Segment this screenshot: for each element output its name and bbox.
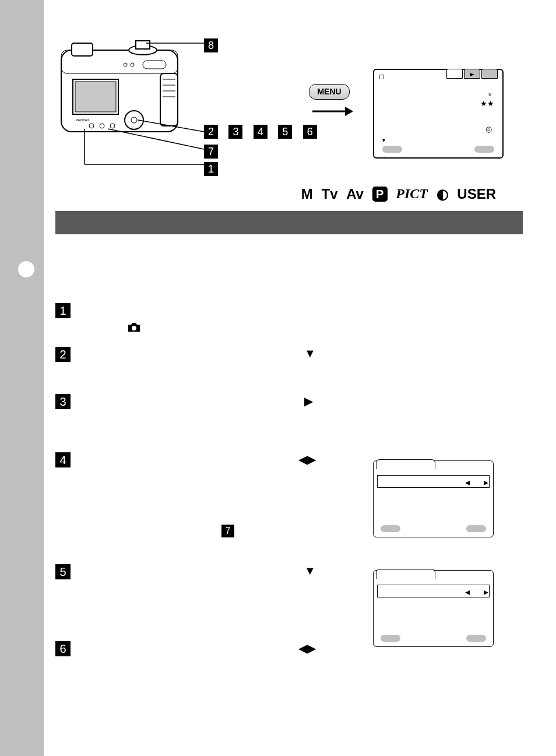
callout-8: 8 bbox=[204, 38, 218, 52]
section-tab bbox=[12, 256, 44, 282]
svg-line-22 bbox=[138, 120, 204, 132]
lcd-screen-small-2: ◂ ▸ bbox=[373, 570, 494, 647]
callout-6: 6 bbox=[303, 125, 317, 139]
svg-line-23 bbox=[108, 129, 204, 149]
lcd2-right-icon: ▸ bbox=[484, 586, 488, 597]
lcd-tab-row bbox=[445, 68, 498, 79]
lcd-metering-icon: ◎ bbox=[485, 125, 492, 133]
step-2-marker: 2 bbox=[55, 347, 71, 362]
lcd1-left-icon: ◂ bbox=[465, 477, 470, 488]
callout-7: 7 bbox=[204, 145, 218, 159]
callout-5: 5 bbox=[278, 125, 292, 139]
callout-4: 4 bbox=[254, 125, 268, 139]
inline-marker-7: 7 bbox=[221, 525, 234, 537]
down-arrow-icon-2: ▼ bbox=[304, 347, 316, 360]
down-arrow-icon-5: ▼ bbox=[304, 564, 316, 578]
mode-av: Av bbox=[346, 186, 364, 202]
lcd-screen-main: ◻ × ★★ ◎ ▾ bbox=[373, 69, 504, 159]
left-right-arrow-icon-4: ◀▶ bbox=[298, 452, 316, 466]
manual-page: PENTAX 8 2 3 4 5 6 7 1 MENU ◻ × ★★ ◎ ▾ M bbox=[0, 0, 556, 756]
svg-point-29 bbox=[132, 326, 136, 330]
mode-p: P bbox=[372, 187, 388, 202]
camera-icon bbox=[127, 321, 141, 336]
lcd1-right-icon: ▸ bbox=[484, 477, 488, 488]
svg-marker-27 bbox=[345, 107, 353, 116]
section-title-bar bbox=[55, 211, 523, 234]
mode-user: USER bbox=[457, 186, 496, 202]
camera-tab-icon: ◻ bbox=[379, 72, 385, 80]
mode-dial-row: M Tv Av P PICT ◐ USER bbox=[291, 185, 501, 202]
lcd-scroll-icon: ▾ bbox=[382, 137, 385, 143]
step-6-marker: 6 bbox=[55, 641, 71, 656]
left-right-arrow-icon-6: ◀▶ bbox=[298, 641, 316, 655]
mode-panorama-icon: ◐ bbox=[437, 186, 449, 202]
svg-marker-28 bbox=[470, 73, 474, 76]
step-1-marker: 1 bbox=[55, 303, 71, 318]
lcd-pill-right bbox=[474, 145, 494, 155]
right-arrow-icon-3: ▶ bbox=[304, 394, 313, 408]
left-margin-sidebar bbox=[0, 0, 44, 756]
lcd-pill-left bbox=[382, 145, 402, 155]
step-4-marker: 4 bbox=[55, 452, 71, 467]
lcd-x-icon: × bbox=[488, 91, 492, 98]
callout-3: 3 bbox=[228, 125, 242, 139]
step-3-marker: 3 bbox=[55, 394, 71, 409]
step-5-marker: 5 bbox=[55, 564, 71, 579]
callout-row: 2 3 4 5 6 bbox=[204, 125, 317, 139]
lcd2-left-icon: ◂ bbox=[465, 586, 470, 597]
mode-m: M bbox=[301, 186, 313, 202]
callout-1: 1 bbox=[204, 162, 218, 176]
mode-tv: Tv bbox=[321, 186, 337, 202]
callout-lines bbox=[55, 33, 219, 173]
mode-pict: PICT bbox=[396, 186, 428, 201]
arrow-right-icon bbox=[312, 105, 353, 120]
lcd-stars-icon: ★★ bbox=[480, 99, 494, 108]
lcd-screen-small-1: ◂ ▸ bbox=[373, 460, 494, 537]
menu-button-label: MENU bbox=[309, 84, 350, 100]
callout-2: 2 bbox=[204, 125, 218, 139]
